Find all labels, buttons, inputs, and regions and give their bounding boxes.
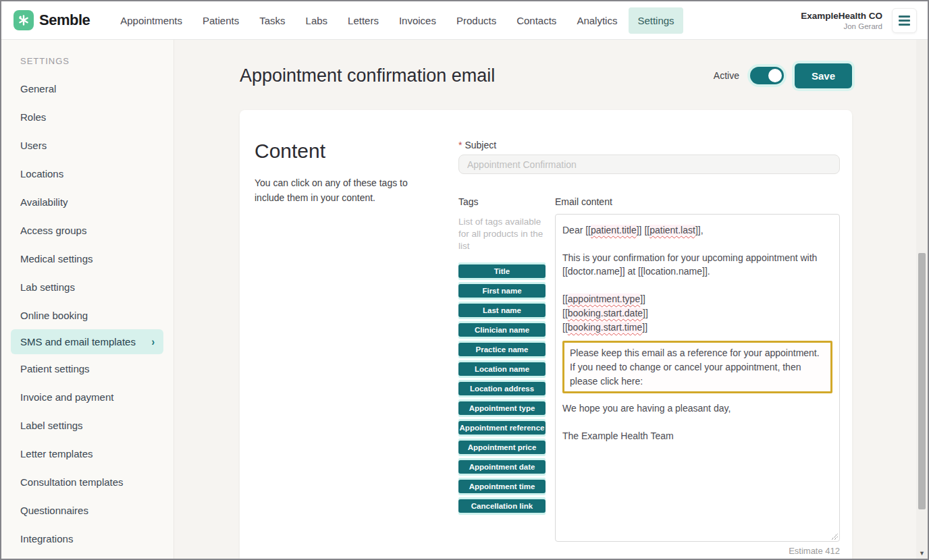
required-marker: * bbox=[458, 140, 462, 150]
sidebar-item-medical-settings[interactable]: Medical settings bbox=[1, 244, 174, 273]
tag-button-first-name[interactable]: First name bbox=[458, 284, 546, 298]
email-column: Email content Dear [[patient.title]] [[p… bbox=[550, 196, 840, 556]
tag-button-location-address[interactable]: Location address bbox=[458, 382, 546, 395]
nav-item-appointments[interactable]: Appointments bbox=[111, 7, 191, 34]
sidebar-item-patient-settings[interactable]: Patient settings bbox=[1, 354, 174, 383]
nav-item-letters[interactable]: Letters bbox=[339, 7, 388, 34]
tags-label: Tags bbox=[458, 196, 550, 207]
nav-item-products[interactable]: Products bbox=[448, 7, 505, 34]
active-toggle-label: Active bbox=[714, 70, 739, 81]
semble-logo-icon bbox=[14, 10, 34, 30]
email-content-editor[interactable]: Dear [[patient.title]] [[patient.last]],… bbox=[555, 214, 840, 542]
brand-logo[interactable]: Semble bbox=[14, 10, 90, 30]
nav-item-invoices[interactable]: Invoices bbox=[390, 7, 445, 34]
vertical-scrollbar[interactable]: ▼ bbox=[916, 40, 928, 559]
content-left-column: Content You can click on any of these ta… bbox=[255, 140, 458, 559]
settings-sidebar: SETTINGS GeneralRolesUsersLocationsAvail… bbox=[1, 40, 174, 559]
tags-column: Tags List of tags available for all prod… bbox=[458, 196, 550, 556]
sidebar-item-availability[interactable]: Availability bbox=[1, 188, 174, 216]
sidebar-item-letter-templates[interactable]: Letter templates bbox=[1, 439, 174, 468]
sidebar-items: GeneralRolesUsersLocationsAvailabilityAc… bbox=[1, 74, 174, 553]
sidebar-item-consultation-templates[interactable]: Consultation templates bbox=[1, 468, 174, 496]
blank-line bbox=[562, 279, 832, 292]
tag-glow: Appointment type bbox=[458, 399, 546, 417]
tag-glow: Last name bbox=[458, 302, 546, 319]
tag-button-practice-name[interactable]: Practice name bbox=[458, 343, 546, 356]
hamburger-menu-icon[interactable] bbox=[892, 8, 917, 33]
sidebar-item-questionnaires[interactable]: Questionnaires bbox=[1, 496, 174, 524]
merge-tag-token: appointment.type bbox=[568, 293, 640, 304]
nav-item-contacts[interactable]: Contacts bbox=[508, 7, 565, 34]
toggle-knob bbox=[768, 69, 782, 82]
tag-glow: First name bbox=[458, 282, 546, 300]
nav-item-tasks[interactable]: Tasks bbox=[250, 7, 294, 34]
sidebar-item-label: Roles bbox=[20, 111, 46, 123]
merge-tag-token: booking.start.time bbox=[568, 322, 643, 333]
sidebar-item-access-groups[interactable]: Access groups bbox=[1, 216, 174, 244]
tags-hint: List of tags available for all products … bbox=[458, 216, 543, 253]
brand-name: Semble bbox=[39, 11, 90, 29]
tag-button-appointment-type[interactable]: Appointment type bbox=[458, 401, 546, 415]
email-paragraph: [[booking.start.time]] bbox=[562, 320, 832, 335]
highlighted-paragraph: Please keep this email as a reference fo… bbox=[562, 341, 832, 393]
tag-glow: Appointment date bbox=[458, 458, 546, 476]
scrollbar-thumb[interactable] bbox=[918, 253, 926, 509]
sidebar-item-label: Medical settings bbox=[20, 253, 93, 264]
account-company: ExampleHealth CO bbox=[801, 11, 882, 21]
sidebar-item-label-settings[interactable]: Label settings bbox=[1, 411, 174, 439]
email-content-label: Email content bbox=[555, 196, 840, 207]
sidebar-item-integrations[interactable]: Integrations bbox=[1, 524, 174, 553]
nav-item-analytics[interactable]: Analytics bbox=[568, 7, 626, 34]
sidebar-item-label: General bbox=[20, 83, 56, 94]
main-content: Appointment confirmation email Active Sa… bbox=[174, 40, 928, 559]
tag-button-appointment-time[interactable]: Appointment time bbox=[458, 480, 546, 493]
sidebar-item-invoice-and-payment[interactable]: Invoice and payment bbox=[1, 383, 174, 411]
content-section-heading: Content bbox=[255, 140, 458, 163]
top-navigation: Semble AppointmentsPatientsTasksLabsLett… bbox=[1, 1, 928, 40]
tag-glow: Title bbox=[458, 262, 546, 280]
sidebar-item-label: Consultation templates bbox=[20, 476, 124, 488]
nav-item-labs[interactable]: Labs bbox=[297, 7, 337, 34]
subject-input[interactable] bbox=[458, 155, 840, 174]
account-info[interactable]: ExampleHealth CO Jon Gerard bbox=[801, 11, 882, 30]
sidebar-item-roles[interactable]: Roles bbox=[1, 103, 174, 131]
active-toggle[interactable] bbox=[750, 67, 784, 84]
tag-button-location-name[interactable]: Location name bbox=[458, 362, 546, 376]
nav-item-settings[interactable]: Settings bbox=[629, 7, 683, 34]
tag-button-appointment-reference[interactable]: Appointment reference bbox=[458, 421, 546, 435]
sidebar-item-sms-and-email-templates[interactable]: SMS and email templates› bbox=[11, 329, 163, 354]
save-button[interactable]: Save bbox=[795, 63, 852, 88]
sidebar-item-label: Availability bbox=[20, 196, 68, 208]
tag-glow: Clinician name bbox=[458, 321, 546, 339]
tag-button-appointment-price[interactable]: Appointment price bbox=[458, 441, 546, 454]
app-window: Semble AppointmentsPatientsTasksLabsLett… bbox=[0, 0, 929, 560]
tag-button-title[interactable]: Title bbox=[458, 264, 546, 278]
sidebar-item-locations[interactable]: Locations bbox=[1, 159, 174, 188]
scroll-down-arrow-icon[interactable]: ▼ bbox=[916, 550, 928, 557]
estimate-text: Estimate 412 bbox=[555, 546, 840, 556]
sidebar-item-lab-settings[interactable]: Lab settings bbox=[1, 273, 174, 301]
tag-glow: Location address bbox=[458, 380, 546, 397]
sidebar-item-online-booking[interactable]: Online booking bbox=[1, 301, 174, 329]
sidebar-item-users[interactable]: Users bbox=[1, 131, 174, 159]
sidebar-item-label: Access groups bbox=[20, 225, 86, 236]
blank-line bbox=[562, 237, 832, 251]
resize-handle-icon[interactable] bbox=[831, 533, 838, 540]
tag-button-cancellation-link[interactable]: Cancellation link bbox=[458, 499, 546, 513]
tag-glow: Appointment reference bbox=[458, 419, 546, 437]
tag-glow: Location name bbox=[458, 360, 546, 378]
email-paragraph: We hope you are having a pleasant day, bbox=[562, 401, 832, 416]
nav-item-patients[interactable]: Patients bbox=[194, 7, 248, 34]
tag-button-appointment-date[interactable]: Appointment date bbox=[458, 460, 546, 474]
tag-button-clinician-name[interactable]: Clinician name bbox=[458, 323, 546, 337]
email-paragraph: The Example Health Team bbox=[562, 429, 832, 443]
merge-tag-token: patient.title bbox=[591, 225, 637, 235]
sidebar-item-label: Patient settings bbox=[20, 363, 90, 374]
account-area: ExampleHealth CO Jon Gerard bbox=[801, 8, 917, 33]
sidebar-item-general[interactable]: General bbox=[1, 74, 174, 103]
tag-button-last-name[interactable]: Last name bbox=[458, 304, 546, 317]
chevron-right-icon: › bbox=[152, 336, 155, 347]
email-paragraph: [[booking.start.date]] bbox=[562, 306, 832, 320]
account-user: Jon Gerard bbox=[801, 22, 882, 30]
sidebar-item-label: Online booking bbox=[20, 310, 88, 321]
